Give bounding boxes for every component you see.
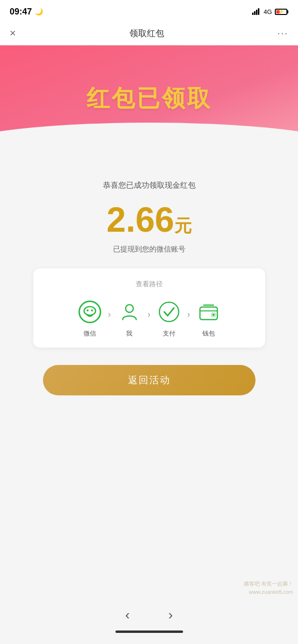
main-content: 恭喜您已成功领取现金红包 2.66元 已提现到您的微信账号 查看路径 [0, 152, 298, 410]
arrow-3: › [187, 309, 190, 320]
page-title: 领取红包 [129, 28, 164, 39]
status-time: 09:47 [10, 7, 32, 17]
back-button[interactable]: ‹ [125, 607, 129, 623]
svg-rect-1 [254, 11, 255, 15]
arrow-1: › [108, 309, 111, 320]
watermark: 薅客吧·有奖一起薅！ www.zuanke8.com [244, 580, 293, 596]
desc-text: 已提现到您的微信账号 [113, 245, 185, 254]
pay-icon [156, 298, 183, 325]
battery-bolt-icon: ⚡ [279, 9, 284, 14]
watermark-line2: www.zuanke8.com [244, 588, 293, 596]
status-bar: 09:47 🌙 4G ⚡ [0, 0, 298, 21]
path-title: 查看路径 [48, 280, 251, 289]
step-weixin-label: 微信 [84, 329, 96, 338]
step-weixin: 微信 [76, 298, 103, 338]
svg-point-7 [91, 309, 93, 311]
path-card: 查看路径 微信 › [33, 268, 265, 348]
arrow-2: › [148, 309, 151, 320]
forward-button[interactable]: › [169, 607, 173, 623]
bottom-buttons: ‹ › [125, 601, 173, 623]
svg-rect-3 [258, 8, 259, 15]
bottom-nav: ‹ › [0, 601, 298, 644]
step-wallet: 钱包 [195, 298, 222, 338]
svg-point-9 [159, 302, 179, 322]
step-pay-label: 支付 [163, 329, 175, 338]
nav-bar: × 领取红包 ··· [0, 21, 298, 45]
svg-rect-0 [252, 13, 254, 15]
wallet-icon [195, 298, 222, 325]
watermark-line1: 薅客吧·有奖一起薅！ [244, 580, 293, 588]
step-pay: 支付 [156, 298, 183, 338]
svg-rect-2 [256, 10, 257, 15]
amount-value: 2.66元 [106, 200, 191, 239]
moon-icon: 🌙 [35, 8, 43, 15]
battery-icon: ⚡ [275, 9, 287, 15]
network-label: 4G [264, 8, 272, 15]
step-me-label: 我 [126, 329, 132, 338]
path-steps: 微信 › 我 › [48, 298, 251, 338]
step-wallet-label: 钱包 [202, 329, 215, 338]
status-icons: 4G ⚡ [252, 8, 288, 15]
me-icon [116, 298, 143, 325]
step-me: 我 [116, 298, 143, 338]
svg-point-4 [79, 301, 100, 322]
subtitle-text: 恭喜您已成功领取现金红包 [103, 181, 196, 191]
home-indicator [115, 630, 183, 633]
svg-point-6 [86, 309, 88, 311]
hero-title: 红包已领取 [86, 83, 212, 114]
amount-display: 2.66元 [106, 202, 191, 237]
return-activity-button[interactable]: 返回活动 [43, 365, 255, 395]
svg-point-8 [126, 305, 133, 312]
svg-point-12 [213, 314, 214, 316]
hero-section: 红包已领取 [0, 45, 298, 152]
signal-icon [252, 8, 261, 15]
more-button[interactable]: ··· [277, 28, 288, 39]
close-button[interactable]: × [10, 27, 16, 40]
svg-point-5 [84, 307, 96, 315]
weixin-icon [76, 298, 103, 325]
